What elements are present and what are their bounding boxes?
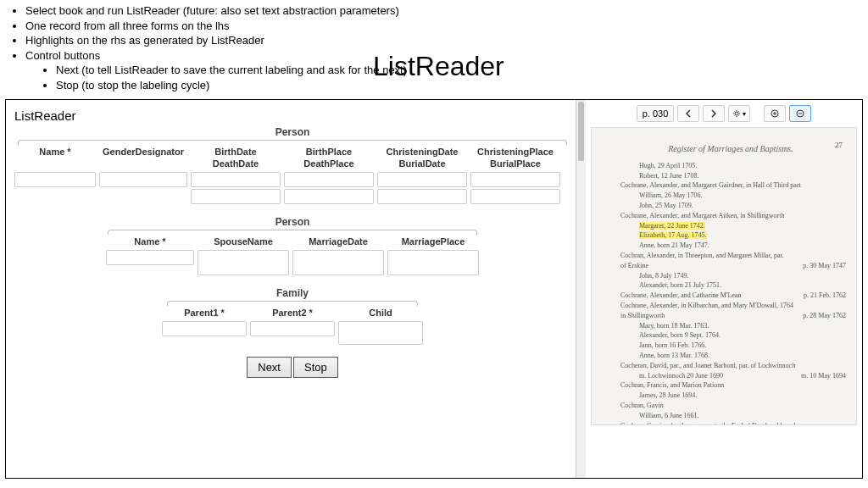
doc-line: of Erskinep. 30 May 1747 (615, 262, 846, 271)
doc-line: Mary, born 18 Mar. 1763. (615, 322, 846, 331)
plus-icon (771, 109, 779, 118)
doc-line: John, 8 July 1749. (615, 272, 846, 281)
settings-dropdown[interactable]: ▾ (728, 105, 750, 122)
group-label-family: Family (14, 287, 570, 299)
next-page-button[interactable] (703, 105, 725, 122)
input-child[interactable] (338, 321, 423, 345)
label-child: Child (338, 308, 423, 319)
arrow-left-icon (684, 109, 693, 118)
scroll-thumb[interactable] (578, 102, 584, 161)
doc-line: Robert, 12 June 1708. (615, 172, 846, 181)
label-gender: GenderDesignator (99, 147, 187, 158)
scrollbar[interactable] (576, 100, 586, 478)
label-birthdate: BirthDate (191, 147, 281, 158)
app-heading: ListReader (14, 108, 570, 123)
doc-line: m. Lochwinnoch 20 June 1690m. 10 May 169… (615, 372, 846, 381)
label-chrdate: ChristeningDate (377, 147, 467, 158)
input-parent2[interactable] (250, 321, 335, 336)
highlighted-text: Elizabeth, 17 Aug. 1745. (639, 231, 707, 239)
label-parent1: Parent1 * (162, 308, 247, 319)
doc-line: James, 28 June 1694. (615, 391, 846, 401)
zoom-in-button[interactable] (764, 105, 786, 122)
doc-line: Cochran, Alexander, in Threepton, and Ma… (615, 252, 846, 261)
input-birthdate[interactable] (191, 172, 281, 187)
label-burplace: BurialPlace (470, 158, 560, 170)
minus-icon (796, 109, 804, 118)
label-parent2: Parent2 * (250, 308, 335, 319)
doc-line: William, 6 June 1661. (615, 412, 846, 421)
doc-line: John, 25 May 1709. (615, 202, 846, 211)
doc-line: Hugh, 29 April 1705. (615, 162, 846, 171)
doc-line: in Shillingworthp. 28 May 1762 (615, 312, 846, 321)
doc-line: Anne, born 21 May 1747. (615, 241, 846, 251)
input-name2[interactable] (106, 250, 194, 265)
document-pane: p. 030 ▾ 27 Register of Marriages and Ba… (586, 100, 862, 478)
label-birthplace: BirthPlace (284, 147, 374, 158)
group-label-person1: Person (14, 126, 570, 138)
bracket-decoration (167, 301, 418, 306)
arrow-right-icon (709, 109, 718, 118)
doc-line: Alexander, born 21 July 1751. (615, 281, 846, 291)
doc-toolbar: p. 030 ▾ (591, 105, 857, 122)
gear-icon (732, 109, 741, 118)
input-mardate[interactable] (292, 250, 384, 275)
app-window: ListReader Person Name * GenderDesignato… (5, 99, 863, 479)
document-image: 27 Register of Marriages and Baptisms. H… (591, 127, 857, 425)
input-burplace[interactable] (470, 189, 560, 204)
input-birthplace[interactable] (284, 172, 374, 187)
stop-button[interactable]: Stop (293, 357, 338, 378)
svg-point-0 (735, 112, 738, 115)
zoom-out-button[interactable] (789, 105, 811, 122)
doc-title: Register of Marriages and Baptisms. (615, 143, 846, 155)
note-item: One record from all three forms on the l… (25, 19, 861, 34)
prev-page-button[interactable] (677, 105, 699, 122)
input-spouse[interactable] (198, 250, 289, 275)
label-name2: Name * (106, 236, 194, 248)
input-deathplace[interactable] (284, 189, 374, 204)
input-burdate[interactable] (377, 189, 467, 204)
label-deathplace: DeathPlace (284, 158, 374, 170)
doc-line: Cochrane, Alexander, and Catharine M'Lea… (615, 291, 846, 301)
label-marplace: MarriagePlace (387, 236, 479, 248)
label-deathdate: DeathDate (191, 158, 281, 170)
doc-line: Cochran, Gawine, brother german to the E… (615, 422, 846, 426)
bracket-decoration (108, 230, 477, 235)
label-mardate: MarriageDate (292, 236, 384, 248)
input-marplace[interactable] (387, 250, 479, 275)
group-label-person2: Person (14, 216, 570, 228)
highlighted-text: Margaret, 22 June 1742. (639, 222, 705, 230)
doc-line: Cochrane, Alexander, in Kilbarchan, and … (615, 302, 846, 311)
next-button[interactable]: Next (247, 357, 292, 378)
doc-page-number: 27 (835, 140, 843, 150)
doc-line: William, 26 May 1706. (615, 191, 846, 201)
page-title: ListReader (373, 51, 504, 82)
label-spouse: SpouseName (198, 236, 289, 248)
doc-line: Jann, born 16 Feb. 1766. (615, 341, 846, 351)
doc-line: Cochrane, Alexander, and Margaret Aitken… (615, 212, 846, 221)
label-name: Name * (14, 147, 96, 158)
note-item: Select book and run ListReader (future: … (25, 3, 861, 19)
doc-line: Cochran, Francis, and Marion Pationn (615, 381, 846, 391)
doc-line: Elizabeth, 17 Aug. 1745. (615, 231, 846, 241)
form-pane: ListReader Person Name * GenderDesignato… (6, 100, 576, 478)
chevron-down-icon: ▾ (743, 110, 746, 118)
doc-line: Alexander, born 9 Sept. 1764. (615, 331, 846, 341)
input-parent1[interactable] (162, 321, 247, 336)
doc-line: Anne, born 13 Mar. 1768. (615, 352, 846, 361)
doc-line: Cocheran, David, par., and Joanet Barbon… (615, 362, 846, 371)
doc-line: Margaret, 22 June 1742. (615, 222, 846, 231)
doc-line: Cochrane, Alexander, and Margaret Gairdn… (615, 181, 846, 191)
input-deathdate[interactable] (191, 189, 281, 204)
page-indicator: p. 030 (637, 105, 674, 122)
doc-line: Cochran, Gavin (615, 402, 846, 411)
input-gender[interactable] (99, 172, 187, 187)
input-name[interactable] (14, 172, 96, 187)
note-item: Highlights on the rhs as generated by Li… (25, 33, 861, 48)
label-chrplace: ChristeningPlace (470, 147, 560, 158)
input-chrplace[interactable] (470, 172, 560, 187)
input-chrdate[interactable] (377, 172, 467, 187)
bracket-decoration (18, 140, 567, 145)
label-burdate: BurialDate (377, 158, 467, 170)
